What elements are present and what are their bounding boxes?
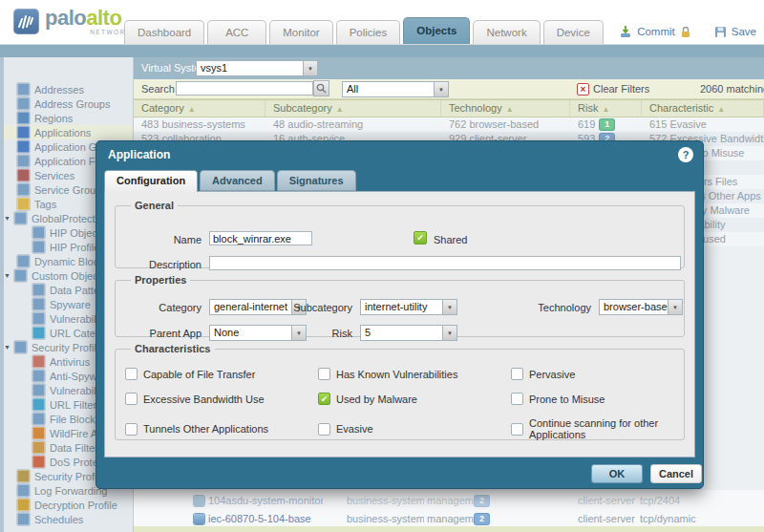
tree-expander-icon[interactable]: ▼: [4, 215, 11, 222]
characteristic-tunnels-other-applications: Tunnels Other Applications: [125, 417, 318, 440]
risk-badge: 2: [475, 514, 489, 524]
tab-dashboard[interactable]: Dashboard: [124, 20, 204, 44]
sidebar-item-addresses[interactable]: Addresses: [0, 82, 133, 96]
application-groups-icon: [17, 140, 30, 153]
header-actions: Commit Save: [619, 25, 756, 38]
hip-profiles-icon: [32, 241, 45, 253]
checkbox[interactable]: [511, 368, 523, 380]
pan-os-screen: paloalto NETWORKS DashboardACCMonitorPol…: [0, 0, 764, 532]
dialog-tab-configuration[interactable]: Configuration: [104, 170, 198, 192]
sidebar-item-label: Decryption Profile: [34, 500, 117, 511]
tab-policies[interactable]: Policies: [336, 20, 401, 44]
tree-expander-icon[interactable]: ▼: [4, 272, 11, 279]
risk-label: Risk: [266, 328, 352, 339]
dialog-tab-signatures[interactable]: Signatures: [277, 170, 356, 191]
cancel-button[interactable]: Cancel: [650, 464, 702, 483]
filter-row[interactable]: 483 business-systems48 audio-streaming76…: [134, 117, 764, 132]
column-header-characteristic[interactable]: Characteristic▲: [642, 100, 764, 117]
search-input[interactable]: [176, 81, 313, 96]
tab-device[interactable]: Device: [543, 20, 604, 44]
paloalto-logo-icon: [13, 9, 39, 34]
checkbox[interactable]: [125, 393, 138, 405]
search-icon[interactable]: [313, 80, 329, 96]
data-patterns-icon: [32, 284, 45, 296]
column-header-technology[interactable]: Technology▲: [441, 100, 570, 117]
dialog-tab-advanced[interactable]: Advanced: [200, 170, 275, 191]
characteristic-continue-scanning-for-other-applications: Continue scanning for other Applications: [511, 417, 684, 440]
checkbox[interactable]: [125, 368, 138, 380]
checkbox[interactable]: [511, 423, 523, 436]
name-label: Name: [116, 234, 202, 245]
commit-link[interactable]: Commit: [637, 26, 675, 37]
sidebar-item-address-groups[interactable]: Address Groups: [0, 96, 133, 111]
save-link[interactable]: Save: [732, 26, 756, 37]
matching-count: 2060 matching: [700, 83, 764, 95]
checkbox[interactable]: [125, 423, 138, 436]
characteristic-used-by-malware: ✔Used by Malware: [318, 393, 511, 405]
checkbox[interactable]: ✔: [318, 393, 330, 405]
column-header-risk[interactable]: Risk▲: [570, 100, 642, 117]
nav-band: [0, 45, 764, 57]
sort-asc-icon: ▲: [602, 105, 609, 114]
sidebar-item-label: Spyware: [50, 299, 91, 310]
antivirus-icon: [32, 355, 45, 368]
technology-cell: client-server: [578, 492, 635, 510]
addresses-icon: [17, 83, 30, 96]
sort-asc-icon: ▲: [336, 105, 344, 114]
sidebar-item-label: Services: [34, 170, 74, 181]
checkbox[interactable]: [511, 393, 523, 405]
virtual-system-bar: Virtual System vsys1 ▼: [134, 57, 764, 79]
subcategory-label: Subcategory: [266, 302, 352, 313]
description-field[interactable]: [209, 256, 681, 270]
properties-section: Properties Category general-internet ▼ S…: [115, 274, 685, 337]
chevron-down-icon[interactable]: ▼: [668, 299, 683, 315]
checkbox[interactable]: [318, 368, 330, 380]
sidebar-item-applications[interactable]: Applications: [0, 125, 133, 139]
category-cell: business-systems: [347, 492, 424, 510]
sidebar-item-regions[interactable]: Regions: [0, 111, 133, 125]
checkbox[interactable]: [318, 423, 330, 436]
application-icon: [194, 514, 204, 524]
application-name-link[interactable]: 104asdu-system-monitor: [208, 492, 323, 510]
risk-select[interactable]: 5 ▼: [360, 325, 457, 341]
characteristic-excessive-bandwidth-use: Excessive Bandwidth Use: [125, 393, 318, 405]
tree-expander-icon[interactable]: ▼: [4, 344, 11, 351]
application-row[interactable]: 104asdu-system-monitorbusiness-systemsma…: [134, 492, 764, 510]
help-icon[interactable]: ?: [678, 147, 693, 162]
shared-checkbox[interactable]: ✔: [414, 231, 427, 245]
clear-filters-icon[interactable]: ×: [577, 83, 589, 96]
checkbox-label: Evasive: [336, 423, 373, 435]
chevron-down-icon[interactable]: ▼: [303, 60, 318, 76]
wildfire-icon: [32, 427, 45, 439]
dialog-content: General Name ✔ Shared Description Proper…: [104, 191, 695, 458]
ok-button[interactable]: OK: [591, 464, 643, 483]
globalprotect-icon: [14, 212, 27, 224]
decryption-profile-icon: [17, 499, 30, 511]
lock-icon: [680, 26, 691, 38]
type-filter-select[interactable]: All ▼: [342, 81, 449, 97]
tab-network[interactable]: Network: [473, 20, 540, 44]
properties-legend: Properties: [131, 274, 190, 286]
cell: 48 audio-streaming: [265, 117, 441, 132]
risk-badge: 2: [475, 496, 489, 506]
virtual-system-select[interactable]: vsys1 ▼: [196, 60, 318, 76]
technology-select[interactable]: browser-based ▼: [599, 299, 683, 315]
subcategory-select[interactable]: internet-utility ▼: [360, 299, 457, 315]
tab-monitor[interactable]: Monitor: [269, 20, 332, 44]
sidebar-item-decryption-profile[interactable]: Decryption Profile: [0, 498, 133, 512]
applications-icon: [17, 126, 30, 138]
characteristics-legend: Characteristics: [131, 343, 215, 354]
clear-filters-label[interactable]: Clear Filters: [593, 83, 649, 95]
name-field[interactable]: [209, 231, 312, 245]
shared-label: Shared: [434, 234, 467, 245]
sort-asc-icon: ▲: [188, 105, 196, 114]
chevron-down-icon[interactable]: ▼: [442, 299, 457, 315]
column-header-subcategory[interactable]: Subcategory▲: [265, 100, 441, 117]
tab-acc[interactable]: ACC: [207, 20, 266, 44]
chevron-down-icon[interactable]: ▼: [434, 81, 449, 97]
sidebar-item-schedules[interactable]: Schedules: [0, 512, 133, 526]
column-header-category[interactable]: Category▲: [134, 100, 265, 117]
cell: 615 Evasive: [642, 117, 764, 132]
tab-objects[interactable]: Objects: [403, 17, 470, 44]
chevron-down-icon[interactable]: ▼: [442, 325, 457, 341]
